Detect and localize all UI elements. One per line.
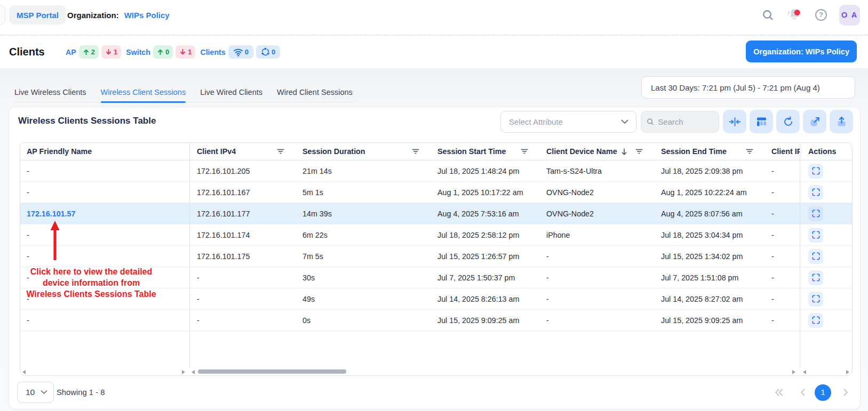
table-row[interactable]: - 172.16.101.167 5m 1s Aug 1, 2025 10:17…	[20, 182, 852, 203]
cell-ap-friendly-name: -	[20, 160, 189, 181]
expand-row-button[interactable]	[808, 164, 823, 179]
next-page-button[interactable]	[835, 382, 856, 402]
device-detail-link[interactable]: 172.16.101.57	[27, 209, 75, 218]
table-row[interactable]: - 172.16.101.175 7m 5s Jul 15, 2025 1:26…	[20, 246, 852, 267]
column-header-session-start-time[interactable]: Session Start Time	[430, 143, 539, 160]
scrollbar-thumb[interactable]	[198, 369, 346, 374]
expand-row-button[interactable]	[808, 185, 823, 200]
avatar-initials: O A	[841, 11, 858, 19]
scroll-right-arrow[interactable]	[792, 370, 795, 374]
cell-client-device-name: -	[539, 246, 654, 267]
column-header-session-duration[interactable]: Session Duration	[295, 143, 430, 160]
expand-row-button[interactable]	[808, 206, 823, 221]
page-header: Clients AP 2 1 Switch 0 1	[0, 36, 868, 68]
notifications-bell-icon[interactable]	[786, 6, 803, 23]
clients-wireless-pill[interactable]: 0	[228, 45, 253, 59]
column-header-client-ipv4[interactable]: Client IPv4	[189, 143, 295, 160]
msp-portal-button[interactable]: MSP Portal	[9, 5, 66, 25]
clients-stat-label[interactable]: Clients	[200, 48, 225, 57]
expand-row-button[interactable]	[808, 228, 823, 243]
cell-actions	[800, 224, 853, 245]
ap-up-pill[interactable]: 2	[79, 45, 99, 59]
cell-actions	[800, 203, 853, 224]
cell-client-device-name: -	[539, 267, 654, 288]
column-header-ap-friendly-name[interactable]: AP Friendly Name	[20, 143, 189, 160]
search-icon[interactable]	[759, 6, 776, 23]
select-attribute-dropdown[interactable]: Select Attribute	[500, 111, 636, 133]
tab-live-wireless-clients[interactable]: Live Wireless Clients	[14, 87, 86, 102]
cell-session-start-time: Jul 7, 2025 1:50:37 pm	[430, 267, 539, 288]
organization-breadcrumb: Organization: WIPs Policy	[67, 0, 170, 30]
cell-client-ipv4: -	[189, 267, 295, 288]
table-row[interactable]: - - 49s Jul 14, 2025 8:26:13 am - Jul 14…	[20, 288, 852, 310]
switch-down-pill[interactable]: 1	[176, 45, 195, 59]
help-icon[interactable]: ?	[813, 6, 830, 23]
page-number-1[interactable]: 1	[815, 384, 831, 401]
tab-wired-client-sessions[interactable]: Wired Client Sessions	[277, 87, 353, 102]
filter-icon[interactable]	[276, 147, 285, 156]
scroll-right-arrow[interactable]	[182, 370, 185, 374]
cell-session-start-time: Jul 15, 2025 9:09:25 am	[430, 310, 539, 331]
table-title: Wireless Clients Sessions Table	[18, 116, 156, 126]
double-chevron-left-icon	[774, 388, 784, 397]
search-input[interactable]	[658, 117, 713, 126]
expand-row-button[interactable]	[808, 270, 823, 285]
column-header-client-ipv6[interactable]: Client IPv6	[764, 143, 800, 160]
page-size-value: 10	[26, 388, 35, 397]
table-row[interactable]: - 172.16.101.205 21m 14s Jul 18, 2025 1:…	[20, 160, 852, 182]
cell-session-end-time: Aug 4, 2025 8:07:56 am	[654, 203, 764, 224]
switch-down-count: 1	[188, 48, 192, 56]
expand-row-button[interactable]	[808, 249, 823, 264]
organization-link[interactable]: WIPs Policy	[124, 11, 170, 20]
cell-session-start-time: Aug 1, 2025 10:17:22 am	[430, 182, 539, 203]
page-title: Clients	[9, 36, 45, 68]
tab-wireless-client-sessions[interactable]: Wireless Client Sessions	[101, 87, 186, 102]
expand-row-button[interactable]	[808, 313, 823, 328]
cell-client-ipv6: -	[764, 288, 800, 309]
date-range-picker[interactable]: Last 30 Days: 7:21 pm (Jul 5) - 7:21 pm …	[641, 76, 855, 99]
scroll-left-arrow[interactable]	[192, 370, 195, 374]
table-row-selected[interactable]: 172.16.101.57 172.16.101.177 14m 39s Aug…	[20, 203, 852, 224]
user-avatar[interactable]: O A	[839, 5, 860, 26]
cell-session-end-time: Jul 7, 2025 1:51:08 pm	[654, 267, 764, 288]
filter-icon[interactable]	[745, 147, 754, 156]
cell-session-duration: 14m 39s	[295, 203, 430, 224]
scroll-left-arrow[interactable]	[803, 370, 806, 374]
table-row[interactable]: - 172.16.101.174 6m 22s Jul 18, 2025 2:5…	[20, 224, 852, 246]
pagination-controls: 1	[769, 380, 856, 405]
page-size-select[interactable]: 10	[17, 382, 54, 403]
organization-button[interactable]: Organization: WIPs Policy	[746, 41, 857, 62]
filter-icon[interactable]	[520, 147, 529, 156]
fit-columns-button[interactable]	[723, 110, 746, 133]
scroll-left-arrow[interactable]	[22, 370, 26, 374]
filter-icon[interactable]	[635, 147, 643, 156]
expand-icon	[811, 230, 821, 239]
pinned-right-separator	[800, 143, 800, 375]
expand-row-button[interactable]	[808, 292, 823, 307]
switch-up-pill[interactable]: 0	[153, 45, 173, 59]
filter-icon[interactable]	[411, 147, 420, 156]
scroll-right-arrow[interactable]	[846, 370, 849, 374]
ap-stat-label[interactable]: AP	[66, 48, 76, 57]
columns-button[interactable]	[750, 110, 773, 133]
cell-ap-friendly-name: 172.16.101.57	[20, 203, 189, 224]
export-button[interactable]	[830, 110, 853, 133]
switch-stat-label[interactable]: Switch	[126, 48, 150, 57]
column-header-client-device-name[interactable]: Client Device Name	[539, 143, 654, 160]
ap-down-pill[interactable]: 1	[101, 45, 121, 59]
previous-page-button[interactable]	[793, 382, 813, 402]
table-search	[641, 111, 719, 133]
sort-descending-icon[interactable]	[620, 148, 628, 156]
table-row[interactable]: - - 30s Jul 7, 2025 1:50:37 pm - Jul 7, …	[20, 267, 852, 288]
table-row[interactable]: - - 0s Jul 15, 2025 9:09:25 am - Jul 15,…	[20, 310, 852, 331]
top-header: MSP Portal Organization: WIPs Policy ?	[0, 0, 868, 35]
open-external-button[interactable]	[803, 110, 826, 133]
cell-ap-friendly-name: -	[20, 310, 189, 331]
column-header-session-end-time[interactable]: Session End Time	[654, 143, 764, 160]
refresh-button[interactable]	[776, 110, 800, 133]
clients-mesh-count: 0	[272, 48, 275, 56]
first-page-button[interactable]	[769, 382, 789, 402]
expand-icon	[811, 252, 821, 261]
clients-mesh-pill[interactable]: 0	[256, 45, 280, 59]
tab-live-wired-clients[interactable]: Live Wired Clients	[200, 87, 262, 102]
